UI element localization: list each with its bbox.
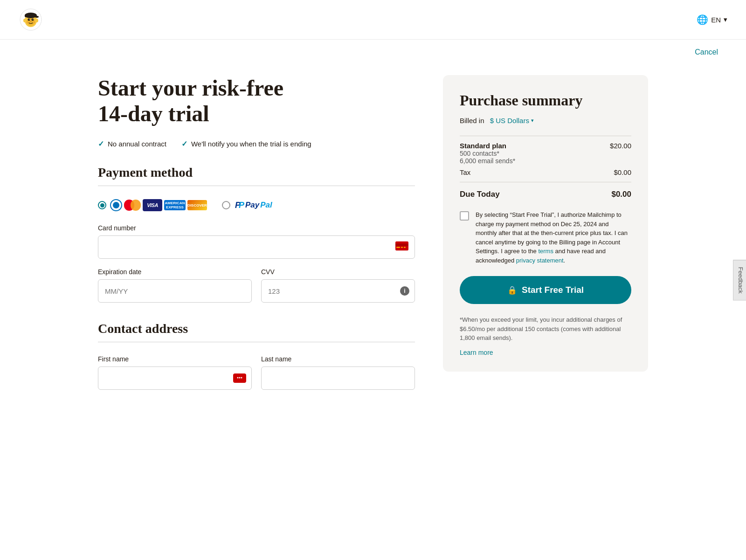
payment-methods: VISA AMERICAN EXPRESS DISCOVER P P PayPa… xyxy=(98,199,415,211)
svg-point-25 xyxy=(241,377,242,379)
logo-area xyxy=(19,7,43,32)
credit-card-option[interactable]: VISA AMERICAN EXPRESS DISCOVER xyxy=(98,199,207,211)
auth-text: By selecting “Start Free Trial”, I autho… xyxy=(476,210,631,265)
check-icon-2: ✓ xyxy=(181,139,187,148)
svg-point-24 xyxy=(239,377,241,379)
last-name-group: Last name xyxy=(261,355,415,390)
cvv-wrapper: i xyxy=(261,279,415,303)
card-number-label: Card number xyxy=(98,224,415,232)
expiration-group: Expiration date xyxy=(98,268,252,303)
svg-rect-20 xyxy=(401,247,403,248)
start-trial-button[interactable]: 🔒 Start Free Trial xyxy=(460,276,631,304)
header: 🌐 EN ▾ xyxy=(0,0,746,40)
credit-card-radio[interactable] xyxy=(98,201,106,209)
due-row: Due Today $0.00 xyxy=(460,190,631,199)
contact-address-title: Contact address xyxy=(98,321,415,336)
paypal-radio[interactable] xyxy=(222,201,230,209)
auth-section: By selecting “Start Free Trial”, I autho… xyxy=(460,210,631,265)
card-number-wrapper xyxy=(98,235,415,259)
paypal-logo: P P PayPal xyxy=(234,200,272,210)
language-switcher[interactable]: 🌐 EN ▾ xyxy=(697,14,727,25)
card-number-input[interactable] xyxy=(98,235,415,259)
svg-point-14 xyxy=(33,21,35,23)
summary-divider-mid xyxy=(460,182,631,182)
svg-point-7 xyxy=(30,21,32,22)
svg-point-3 xyxy=(28,19,30,21)
expiration-input[interactable] xyxy=(98,279,252,303)
billing-currency: Billed in $ US Dollars ▾ xyxy=(460,117,631,124)
cvv-group: CVV i xyxy=(261,268,415,303)
currency-chevron-icon: ▾ xyxy=(531,118,534,124)
svg-point-23 xyxy=(237,377,239,379)
benefit-1-text: No annual contract xyxy=(108,140,166,148)
cvv-label: CVV xyxy=(261,268,415,276)
first-name-wrapper xyxy=(98,366,252,390)
svg-point-13 xyxy=(26,21,29,23)
cancel-link[interactable]: Cancel xyxy=(695,48,718,56)
learn-more-link[interactable]: Learn more xyxy=(460,349,493,356)
language-label: EN xyxy=(711,16,721,24)
cancel-bar: Cancel xyxy=(0,40,746,56)
paypal-pal: Pal xyxy=(260,200,272,210)
svg-point-9 xyxy=(35,19,38,22)
terms-link[interactable]: terms xyxy=(538,248,553,255)
summary-divider-top xyxy=(460,136,631,136)
auth-checkbox[interactable] xyxy=(460,211,469,221)
benefits-row: ✓ No annual contract ✓ We'll notify you … xyxy=(98,139,415,148)
plan-price: $20.00 xyxy=(610,142,631,150)
due-label: Due Today xyxy=(460,190,500,199)
right-panel: Purchase summary Billed in $ US Dollars … xyxy=(443,75,648,390)
plan-name: Standard plan xyxy=(460,142,515,150)
payment-method-title: Payment method xyxy=(98,165,415,180)
first-name-input[interactable] xyxy=(98,366,252,390)
svg-point-12 xyxy=(35,16,39,18)
cvv-info-icon[interactable]: i xyxy=(400,286,409,296)
expiration-label: Expiration date xyxy=(98,268,252,276)
feedback-tab[interactable]: Feedback xyxy=(733,260,746,300)
svg-rect-19 xyxy=(396,247,400,248)
left-panel: Start your risk-free14-day trial ✓ No an… xyxy=(98,75,443,390)
page-title: Start your risk-free14-day trial xyxy=(98,75,415,126)
svg-rect-18 xyxy=(395,244,408,246)
card-type-icon xyxy=(395,242,408,253)
sends-detail: 6,000 email sends* xyxy=(460,157,515,165)
summary-title: Purchase summary xyxy=(460,92,631,109)
paypal-option[interactable]: P P PayPal xyxy=(222,200,272,210)
currency-label: $ US Dollars xyxy=(490,117,529,124)
svg-rect-21 xyxy=(404,247,406,248)
name-fields: First name La xyxy=(98,355,415,390)
tax-label: Tax xyxy=(460,168,470,176)
svg-point-6 xyxy=(33,19,34,20)
privacy-link[interactable]: privacy statement xyxy=(516,257,564,264)
svg-text:P: P xyxy=(239,200,244,210)
discover-icon: DISCOVER xyxy=(187,200,207,210)
due-amount: $0.00 xyxy=(611,190,631,199)
contacts-detail: 500 contacts* xyxy=(460,150,515,157)
start-trial-label: Start Free Trial xyxy=(522,285,584,295)
logo-icon xyxy=(20,8,42,31)
plan-info: Standard plan 500 contacts* 6,000 email … xyxy=(460,142,515,165)
paypal-text: Pay xyxy=(245,200,259,210)
payment-divider xyxy=(98,186,415,186)
svg-point-4 xyxy=(32,19,34,21)
auth-text-3: . xyxy=(564,257,566,264)
globe-icon: 🌐 xyxy=(697,14,708,25)
feedback-label: Feedback xyxy=(737,267,744,293)
card-number-group: Card number xyxy=(98,224,415,259)
currency-selector[interactable]: $ US Dollars ▾ xyxy=(490,117,534,124)
benefit-1: ✓ No annual contract xyxy=(98,139,166,148)
paypal-icon: P P xyxy=(234,200,244,210)
plan-row: Standard plan 500 contacts* 6,000 email … xyxy=(460,142,631,165)
footer-note: *When you exceed your limit, you incur a… xyxy=(460,315,631,343)
billed-in-label: Billed in xyxy=(460,117,484,124)
last-name-input[interactable] xyxy=(261,366,415,390)
chevron-down-icon: ▾ xyxy=(724,15,727,24)
cvv-input[interactable] xyxy=(261,279,415,303)
dots-icon xyxy=(235,375,244,380)
summary-card: Purchase summary Billed in $ US Dollars … xyxy=(443,75,648,372)
first-name-icon xyxy=(233,373,246,383)
first-name-label: First name xyxy=(98,355,252,363)
benefit-2-text: We'll notify you when the trial is endin… xyxy=(191,140,311,148)
check-icon-1: ✓ xyxy=(98,139,104,148)
card-icons: VISA AMERICAN EXPRESS DISCOVER xyxy=(110,199,207,211)
